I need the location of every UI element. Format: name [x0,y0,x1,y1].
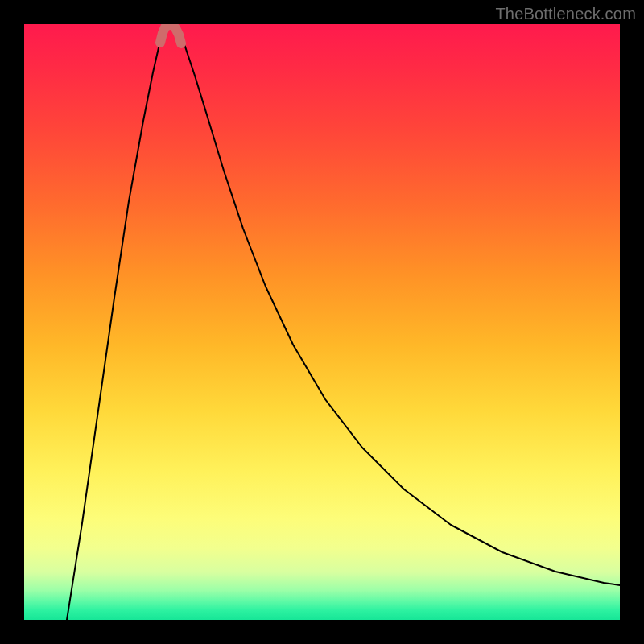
watermark-text: TheBottleneck.com [495,5,636,23]
cusp-highlight [160,25,181,43]
curve-layer [24,24,620,620]
plot-area [24,24,620,620]
bottleneck-curve [67,24,620,620]
chart-frame: TheBottleneck.com [0,0,644,644]
